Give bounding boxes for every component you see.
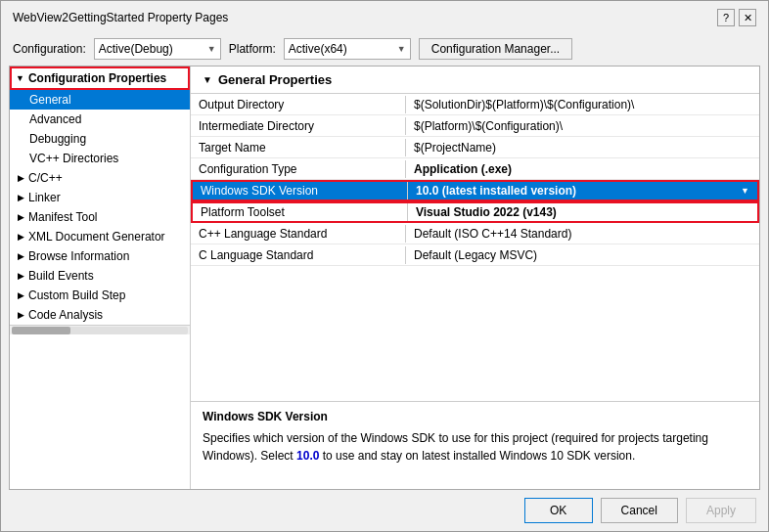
expand-icon: ▶ bbox=[18, 310, 24, 320]
prop-value-sdk: 10.0 (latest installed version) ▼ bbox=[408, 182, 757, 200]
sidebar-item-advanced[interactable]: Advanced bbox=[10, 110, 190, 129]
config-select[interactable]: Active(Debug) ▼ bbox=[94, 38, 221, 60]
prop-value: $(SolutionDir)$(Platform)\$(Configuratio… bbox=[406, 96, 759, 113]
title-bar-buttons: ? ✕ bbox=[717, 9, 756, 26]
platform-select-arrow-icon: ▼ bbox=[397, 44, 406, 54]
sidebar-item-xml[interactable]: ▶ XML Document Generator bbox=[10, 227, 190, 246]
dialog-title: WebView2GettingStarted Property Pages bbox=[13, 11, 228, 24]
table-row-sdk[interactable]: Windows SDK Version 10.0 (latest install… bbox=[191, 180, 759, 201]
sidebar-item-vcdirs[interactable]: VC++ Directories bbox=[10, 149, 190, 168]
prop-name: Output Directory bbox=[191, 96, 406, 113]
apply-button[interactable]: Apply bbox=[686, 498, 756, 523]
sidebar-section-header[interactable]: ▼ Configuration Properties bbox=[10, 66, 190, 90]
prop-name-sdk: Windows SDK Version bbox=[193, 182, 408, 200]
dialog: WebView2GettingStarted Property Pages ? … bbox=[0, 0, 769, 532]
table-row[interactable]: Output Directory $(SolutionDir)$(Platfor… bbox=[191, 94, 759, 115]
sidebar-item-manifest[interactable]: ▶ Manifest Tool bbox=[10, 207, 190, 227]
table-row[interactable]: Configuration Type Application (.exe) bbox=[191, 158, 759, 180]
sidebar-scrollbar[interactable] bbox=[10, 325, 190, 334]
sidebar-item-code-analysis[interactable]: ▶ Code Analysis bbox=[10, 305, 190, 325]
desc-text: Specifies which version of the Windows S… bbox=[203, 429, 747, 465]
config-row: Configuration: Active(Debug) ▼ Platform:… bbox=[1, 32, 768, 66]
content-header-collapse-icon: ▼ bbox=[203, 74, 212, 85]
help-button[interactable]: ? bbox=[717, 9, 735, 26]
bottom-bar: OK Cancel Apply bbox=[1, 490, 768, 531]
expand-icon: ▶ bbox=[18, 212, 24, 222]
sidebar-item-build-events[interactable]: ▶ Build Events bbox=[10, 266, 190, 286]
expand-icon: ▶ bbox=[18, 232, 24, 242]
sidebar-item-cpp[interactable]: ▶ C/C++ bbox=[10, 168, 190, 188]
expand-icon: ▶ bbox=[18, 271, 24, 281]
sdk-dropdown-arrow-icon: ▼ bbox=[741, 186, 749, 196]
cancel-button[interactable]: Cancel bbox=[601, 498, 678, 523]
prop-value: $(Platform)\$(Configuration)\ bbox=[406, 117, 759, 135]
table-row[interactable]: C++ Language Standard Default (ISO C++14… bbox=[191, 223, 759, 244]
platform-select[interactable]: Active(x64) ▼ bbox=[284, 38, 411, 60]
sidebar-item-custom-build[interactable]: ▶ Custom Build Step bbox=[10, 286, 190, 305]
content-header-label: General Properties bbox=[218, 72, 332, 87]
table-row[interactable]: Target Name $(ProjectName) bbox=[191, 137, 759, 158]
prop-name: C Language Standard bbox=[191, 246, 406, 264]
prop-value: Application (.exe) bbox=[406, 160, 759, 178]
platform-label: Platform: bbox=[229, 42, 276, 56]
expand-icon: ▶ bbox=[18, 173, 24, 183]
prop-value-toolset: Visual Studio 2022 (v143) bbox=[408, 203, 757, 221]
table-row[interactable]: C Language Standard Default (Legacy MSVC… bbox=[191, 244, 759, 266]
ok-button[interactable]: OK bbox=[524, 498, 593, 523]
sidebar-section-label: Configuration Properties bbox=[28, 71, 166, 85]
expand-icon: ▶ bbox=[18, 193, 24, 202]
sidebar-item-debugging[interactable]: Debugging bbox=[10, 129, 190, 149]
prop-name: C++ Language Standard bbox=[191, 225, 406, 243]
properties-table: Output Directory $(SolutionDir)$(Platfor… bbox=[191, 94, 759, 401]
expand-icon: ▶ bbox=[18, 290, 24, 300]
prop-name: Intermediate Directory bbox=[191, 117, 406, 135]
sidebar: ▼ Configuration Properties General Advan… bbox=[10, 66, 191, 489]
description-panel: Windows SDK Version Specifies which vers… bbox=[191, 401, 759, 489]
config-select-arrow-icon: ▼ bbox=[207, 44, 216, 54]
config-manager-button[interactable]: Configuration Manager... bbox=[419, 38, 572, 60]
sidebar-item-linker[interactable]: ▶ Linker bbox=[10, 188, 190, 207]
close-button[interactable]: ✕ bbox=[739, 9, 756, 26]
sidebar-item-general[interactable]: General bbox=[10, 90, 190, 110]
prop-name: Configuration Type bbox=[191, 160, 406, 178]
config-label: Configuration: bbox=[13, 42, 86, 56]
table-row[interactable]: Intermediate Directory $(Platform)\$(Con… bbox=[191, 115, 759, 137]
section-collapse-icon: ▼ bbox=[16, 73, 24, 83]
scrollbar-track bbox=[12, 327, 188, 334]
prop-value: Default (Legacy MSVC) bbox=[406, 246, 759, 264]
content-header: ▼ General Properties bbox=[191, 66, 759, 94]
scrollbar-thumb[interactable] bbox=[12, 327, 70, 334]
prop-value: Default (ISO C++14 Standard) bbox=[406, 225, 759, 243]
desc-highlight: 10.0 bbox=[296, 449, 319, 463]
table-row-toolset[interactable]: Platform Toolset Visual Studio 2022 (v14… bbox=[191, 201, 759, 223]
sidebar-item-browse[interactable]: ▶ Browse Information bbox=[10, 246, 190, 266]
main-area: ▼ Configuration Properties General Advan… bbox=[9, 66, 760, 490]
desc-title: Windows SDK Version bbox=[203, 410, 747, 423]
expand-icon: ▶ bbox=[18, 251, 24, 261]
content-area: ▼ General Properties Output Directory $(… bbox=[191, 66, 759, 489]
title-bar: WebView2GettingStarted Property Pages ? … bbox=[1, 1, 768, 32]
prop-value: $(ProjectName) bbox=[406, 139, 759, 156]
prop-name: Target Name bbox=[191, 139, 406, 156]
prop-name-toolset: Platform Toolset bbox=[193, 203, 408, 221]
